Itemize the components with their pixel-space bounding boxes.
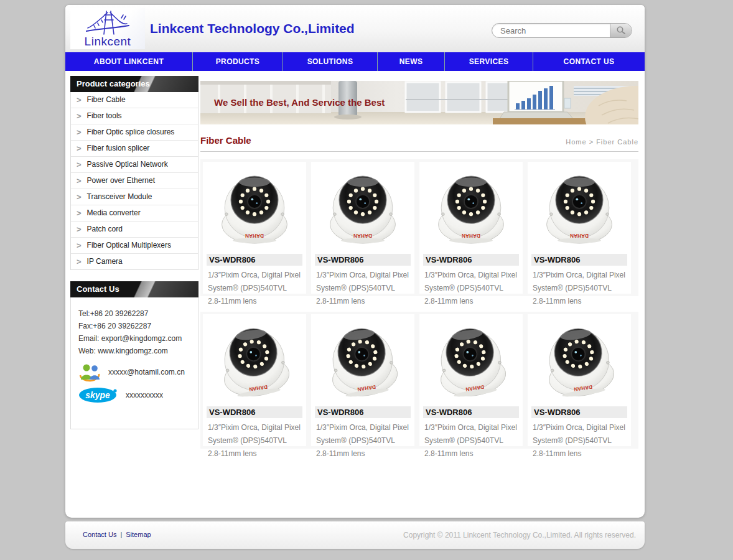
- footer-links: Contact Us|Sitemap: [83, 531, 151, 538]
- product-description: 1/3″Pixim Orca, Digital Pixel System® (D…: [424, 269, 518, 308]
- page: Linkcent Linkcent Technology Co.,Limited…: [0, 0, 733, 560]
- product-name-link[interactable]: VS-WDR806: [207, 254, 302, 266]
- product-name-link[interactable]: VS-WDR806: [531, 254, 627, 266]
- product-row-2: VS-WDR806 1/3″Pixim Orca, Digital Pixel …: [200, 312, 638, 449]
- sidebar-item-fiber-optical-multiplexers[interactable]: >Fiber Optical Multiplexers: [71, 238, 198, 254]
- nav-about[interactable]: ABOUT LINKCENT: [65, 52, 193, 71]
- sidebar-item-power-over-ethernet[interactable]: >Power over Ethernet: [71, 173, 198, 189]
- chevron-right-icon: >: [77, 205, 82, 221]
- sidebar-item-fusion-splicer[interactable]: >Fiber fusion splicer: [71, 141, 198, 157]
- chevron-right-icon: >: [77, 222, 82, 237]
- search-icon: [616, 26, 626, 35]
- bridge-logo-icon: [85, 9, 130, 38]
- logo-text: Linkcent: [70, 35, 145, 49]
- product-image-dome-camera[interactable]: [203, 315, 306, 406]
- footer-link-contact-us[interactable]: Contact Us: [83, 531, 116, 538]
- product-description: 1/3″Pixim Orca, Digital Pixel System® (D…: [424, 421, 518, 460]
- nav-products[interactable]: PRODUCTS: [193, 52, 283, 71]
- sidebar: Product categories >Fiber Cable >Fiber t…: [70, 76, 198, 429]
- product-card: VS-WDR806 1/3″Pixim Orca, Digital Pixel …: [419, 162, 523, 294]
- sidebar-item-patch-cord[interactable]: >Patch cord: [71, 222, 198, 238]
- product-image-dome-camera[interactable]: [528, 315, 631, 406]
- sidebar-item-media-converter[interactable]: >Media converter: [71, 205, 198, 222]
- chevron-right-icon: >: [77, 189, 82, 205]
- product-image-dome-camera[interactable]: [311, 315, 414, 406]
- copyright-text: Copyright © 2011 Linkcent Technology Co.…: [403, 531, 636, 539]
- sidebar-item-fiber-tools[interactable]: >Fiber tools: [71, 108, 198, 124]
- product-image-dome-camera[interactable]: [419, 315, 523, 406]
- category-label: Media converter: [87, 205, 141, 221]
- category-label: Passive Optical Network: [87, 157, 168, 172]
- categories-header: Product categories: [70, 76, 198, 92]
- footer: Contact Us|Sitemap Copyright © 2011 Link…: [65, 521, 645, 549]
- search-button[interactable]: [610, 24, 632, 37]
- main-content: We Sell the Best, And Service the Best F…: [200, 76, 638, 449]
- category-label: Fiber Optical Multiplexers: [87, 238, 171, 253]
- header: Linkcent Linkcent Technology Co.,Limited: [65, 5, 645, 52]
- product-description: 1/3″Pixim Orca, Digital Pixel System® (D…: [208, 269, 301, 308]
- product-row-1: VS-WDR806 1/3″Pixim Orca, Digital Pixel …: [200, 159, 638, 296]
- category-label: Patch cord: [87, 222, 123, 237]
- sidebar-item-fiber-cable[interactable]: >Fiber Cable: [71, 92, 198, 108]
- footer-link-sitemap[interactable]: Sitemap: [126, 531, 151, 538]
- chevron-right-icon: >: [77, 124, 82, 140]
- skype-handle: xxxxxxxxxx: [126, 391, 163, 399]
- category-label: Fiber Cable: [87, 92, 126, 108]
- product-description: 1/3″Pixim Orca, Digital Pixel System® (D…: [316, 269, 409, 308]
- nav-services[interactable]: SERVICES: [445, 52, 533, 71]
- chevron-right-icon: >: [77, 254, 82, 269]
- main-container: Linkcent Linkcent Technology Co.,Limited…: [65, 5, 645, 518]
- category-label: Transceiver Module: [87, 189, 152, 205]
- chevron-right-icon: >: [77, 108, 82, 124]
- svg-text:skype: skype: [85, 390, 110, 400]
- contact-section: Contact Us Tel:+86 20 39262287 Fax:+86 2…: [70, 281, 198, 429]
- search-bar: [492, 23, 631, 38]
- nav-news[interactable]: NEWS: [378, 52, 445, 71]
- nav-contact[interactable]: CONTACT US: [533, 52, 645, 71]
- product-card: VS-WDR806 1/3″Pixim Orca, Digital Pixel …: [528, 162, 631, 294]
- product-card: VS-WDR806 1/3″Pixim Orca, Digital Pixel …: [311, 162, 414, 294]
- chevron-right-icon: >: [77, 238, 82, 253]
- site-title: Linkcent Technology Co.,Limited: [150, 21, 355, 36]
- sidebar-item-splice-closures[interactable]: >Fiber Optic splice closures: [71, 124, 198, 141]
- contact-web: Web: www.kingdomgz.com: [78, 345, 190, 357]
- breadcrumb-current: Fiber Cable: [596, 138, 638, 146]
- company-logo[interactable]: Linkcent: [70, 8, 145, 49]
- breadcrumb: Home > Fiber Cable: [566, 138, 638, 146]
- product-card: VS-WDR806 1/3″Pixim Orca, Digital Pixel …: [203, 314, 306, 446]
- search-input[interactable]: [492, 24, 610, 37]
- sidebar-item-ip-camera[interactable]: >IP Camera: [71, 254, 198, 269]
- product-image-dome-camera[interactable]: [311, 163, 414, 254]
- skype-logo-icon: skype: [78, 387, 119, 403]
- product-image-dome-camera[interactable]: [528, 163, 631, 254]
- product-image-dome-camera[interactable]: [203, 163, 306, 254]
- main-nav: ABOUT LINKCENT PRODUCTS SOLUTIONS NEWS S…: [65, 52, 645, 71]
- category-label: Power over Ethernet: [87, 173, 155, 189]
- product-card: VS-WDR806 1/3″Pixim Orca, Digital Pixel …: [419, 314, 523, 446]
- categories-list: >Fiber Cable >Fiber tools >Fiber Optic s…: [70, 92, 198, 270]
- nav-solutions[interactable]: SOLUTIONS: [283, 52, 378, 71]
- breadcrumb-separator: >: [589, 138, 594, 146]
- msn-messenger-icon: [78, 362, 101, 382]
- chevron-right-icon: >: [77, 173, 82, 189]
- skype-row: skype xxxxxxxxxx: [78, 387, 190, 403]
- category-label: IP Camera: [87, 254, 123, 269]
- footer-link-separator: |: [120, 531, 122, 538]
- product-name-link[interactable]: VS-WDR806: [423, 254, 519, 266]
- category-label: Fiber fusion splicer: [87, 141, 150, 156]
- sidebar-item-passive-optical-network[interactable]: >Passive Optical Network: [71, 157, 198, 173]
- category-label: Fiber tools: [87, 108, 122, 124]
- chevron-right-icon: >: [77, 157, 82, 172]
- msn-address: xxxxx@hotamil.com.cn: [108, 368, 185, 376]
- product-name-link[interactable]: VS-WDR806: [315, 254, 411, 266]
- chevron-right-icon: >: [77, 92, 82, 108]
- breadcrumb-home[interactable]: Home: [566, 138, 586, 146]
- product-description: 1/3″Pixim Orca, Digital Pixel System® (D…: [316, 421, 409, 460]
- hero-banner: We Sell the Best, And Service the Best: [200, 81, 638, 124]
- sidebar-item-transceiver-module[interactable]: >Transceiver Module: [71, 189, 198, 205]
- product-description: 1/3″Pixim Orca, Digital Pixel System® (D…: [533, 269, 626, 308]
- product-card: VS-WDR806 1/3″Pixim Orca, Digital Pixel …: [528, 314, 631, 446]
- contact-header: Contact Us: [70, 281, 198, 297]
- product-image-dome-camera[interactable]: [419, 163, 523, 254]
- category-label: Fiber Optic splice closures: [87, 124, 175, 140]
